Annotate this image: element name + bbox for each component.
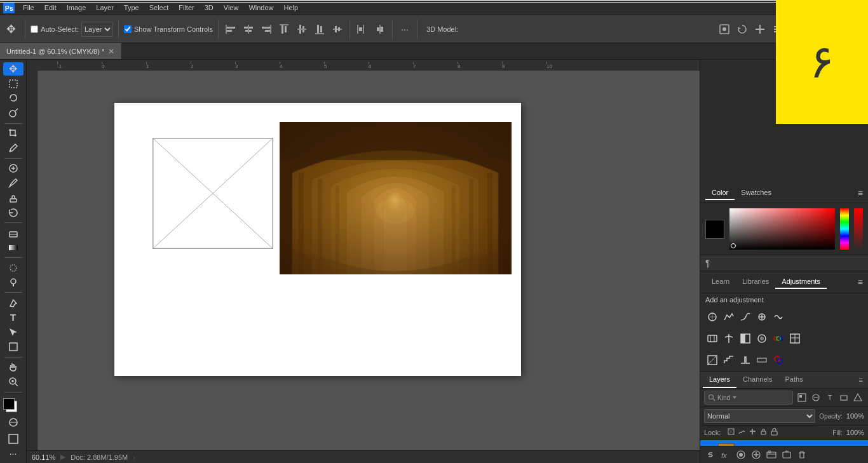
filter-adjustment-icon[interactable] xyxy=(810,391,822,404)
add-layer-btn[interactable] xyxy=(780,448,793,461)
svg-rect-11 xyxy=(281,25,283,34)
artboard-btn[interactable] xyxy=(717,22,731,36)
rotate-btn[interactable] xyxy=(735,22,749,36)
tool-healing[interactable] xyxy=(3,162,24,175)
align-right-icon[interactable] xyxy=(259,22,273,36)
curves-btn[interactable] xyxy=(738,310,752,324)
hue-slider[interactable] xyxy=(840,208,849,250)
more-options-btn[interactable]: ··· xyxy=(398,22,412,36)
color-picker-field[interactable] xyxy=(729,208,835,250)
tool-lasso[interactable] xyxy=(3,91,24,105)
layers-tab-layers[interactable]: Layers xyxy=(703,372,736,388)
align-left-icon[interactable] xyxy=(224,22,238,36)
exposure-btn[interactable] xyxy=(755,310,769,324)
layer-fx-btn[interactable]: fx xyxy=(719,448,732,461)
tool-pen[interactable] xyxy=(3,296,24,309)
lock-position-icon[interactable] xyxy=(749,427,757,438)
lt-sep-6 xyxy=(4,357,22,358)
selective-color-btn[interactable] xyxy=(771,353,785,367)
alpha-slider[interactable] xyxy=(854,208,863,250)
screen-mode-btn[interactable] xyxy=(8,433,19,446)
tool-path-selection[interactable] xyxy=(3,326,24,339)
distribute-left-icon[interactable] xyxy=(355,22,369,36)
tool-crop[interactable] xyxy=(3,126,24,140)
add-mask-btn[interactable] xyxy=(735,448,747,461)
lock-all-icon[interactable] xyxy=(770,427,778,438)
layers-tab-channels[interactable]: Channels xyxy=(736,372,778,388)
layers-panel-options[interactable]: ≡ xyxy=(857,373,865,386)
tool-brush[interactable] xyxy=(3,177,24,190)
tool-zoom[interactable] xyxy=(3,375,24,389)
levels-btn[interactable] xyxy=(722,310,736,324)
color-tab[interactable]: Color xyxy=(705,186,735,200)
gradient-map-btn[interactable] xyxy=(755,353,769,367)
tool-type[interactable]: T xyxy=(3,311,24,324)
auto-select-dropdown[interactable]: Layer xyxy=(81,22,113,37)
posterize-btn[interactable] xyxy=(722,353,736,367)
foreground-color-swatch[interactable] xyxy=(705,220,724,239)
tool-marquee[interactable] xyxy=(3,77,24,90)
color-lookup-btn[interactable] xyxy=(788,332,802,346)
align-horiz-icon[interactable] xyxy=(330,22,344,36)
tool-move[interactable]: ✥ xyxy=(3,62,24,76)
filter-type-icon[interactable]: T xyxy=(824,391,836,404)
color-swatches[interactable] xyxy=(3,398,24,412)
extras-tool[interactable]: ··· xyxy=(3,447,24,460)
quick-mask-btn[interactable] xyxy=(5,415,22,429)
tool-eyedropper[interactable] xyxy=(3,142,24,155)
hsl-btn[interactable] xyxy=(705,332,719,346)
add-group-btn[interactable] xyxy=(765,448,778,461)
filter-shape-icon[interactable] xyxy=(837,391,850,404)
lock-artboard-icon[interactable] xyxy=(759,427,768,438)
doc-tab-close[interactable]: ✕ xyxy=(108,47,114,56)
tool-shape[interactable] xyxy=(3,340,24,354)
vibrance-btn[interactable] xyxy=(771,310,785,324)
adj-tab-adjustments[interactable]: Adjustments xyxy=(775,275,827,289)
toolbar: ✥ Auto-Select: Layer Show Transform Cont… xyxy=(0,15,868,43)
doc-tab[interactable]: Untitled-1 @ 60.1% (CMYK/8) * ✕ xyxy=(0,43,121,59)
delete-layer-btn[interactable] xyxy=(796,448,808,461)
show-transform-label[interactable]: Show Transform Controls xyxy=(124,25,213,33)
smart-guides-btn[interactable] xyxy=(753,22,767,36)
tool-stamp[interactable] xyxy=(3,191,24,205)
auto-select-checkbox[interactable] xyxy=(31,25,38,33)
photo-filter-btn[interactable] xyxy=(755,332,769,346)
tool-hand[interactable] xyxy=(3,361,24,374)
blend-mode-select[interactable]: Normal xyxy=(704,409,815,423)
layers-tab-paths[interactable]: Paths xyxy=(779,372,810,388)
filter-pixel-icon[interactable] xyxy=(796,391,808,404)
tool-gradient[interactable] xyxy=(3,241,24,254)
add-adjustment-btn[interactable] xyxy=(750,448,763,461)
auto-select-label[interactable]: Auto-Select: xyxy=(31,25,79,33)
tool-dodge[interactable] xyxy=(3,276,24,289)
brightness-contrast-btn[interactable] xyxy=(705,310,719,324)
adj-panel-options[interactable]: ≡ xyxy=(858,277,863,287)
layer-link-btn[interactable] xyxy=(704,448,717,461)
align-top-icon[interactable] xyxy=(277,22,291,36)
layer-row-layer1[interactable]: Layer 1 xyxy=(700,440,868,446)
canvas-area[interactable]: -1 0 1 2 3 4 5 6 7 8 9 10 0 1 2 3 4 xyxy=(27,60,700,463)
tool-eraser[interactable] xyxy=(3,226,24,239)
threshold-btn[interactable] xyxy=(738,353,752,367)
swatches-tab[interactable]: Swatches xyxy=(735,186,778,200)
lock-transparent-icon[interactable] xyxy=(727,427,735,438)
move-tool-icon[interactable]: ✥ xyxy=(3,18,20,40)
tool-history-brush[interactable] xyxy=(3,206,24,219)
filter-smart-icon[interactable] xyxy=(851,391,864,404)
adj-tab-libraries[interactable]: Libraries xyxy=(736,275,775,289)
color-balance-btn[interactable] xyxy=(722,332,736,346)
color-panel-options[interactable]: ≡ xyxy=(858,188,863,198)
show-transform-checkbox[interactable] xyxy=(124,25,132,33)
channel-mixer-btn[interactable] xyxy=(771,332,785,346)
invert-btn[interactable] xyxy=(705,353,719,367)
align-center-h-icon[interactable] xyxy=(241,22,255,36)
adj-tab-learn[interactable]: Learn xyxy=(705,275,736,289)
3d-mode-btn[interactable]: 3D Model: xyxy=(423,18,462,40)
align-center-v-icon[interactable] xyxy=(295,22,309,36)
align-bottom-icon[interactable] xyxy=(313,22,327,36)
bw-btn[interactable] xyxy=(738,332,752,346)
distribute-center-v-icon[interactable] xyxy=(373,22,387,36)
tool-quick-select[interactable] xyxy=(3,107,24,120)
tool-blur[interactable] xyxy=(3,261,24,274)
lock-image-icon[interactable] xyxy=(738,427,746,438)
